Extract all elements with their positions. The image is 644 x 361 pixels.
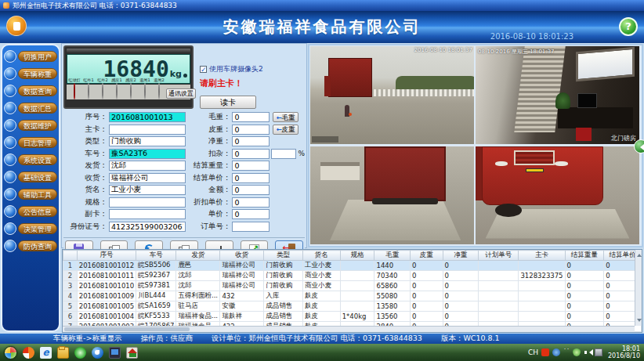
net-weight-input[interactable]: [232, 136, 270, 146]
sidebar-item-vehicle-weighing[interactable]: 车辆称重: [4, 66, 57, 81]
safe360-icon[interactable]: [74, 347, 86, 359]
ie-icon[interactable]: [40, 347, 52, 359]
comm-settings-button[interactable]: 通讯设置: [166, 88, 196, 99]
blue-app-icon[interactable]: [92, 347, 103, 359]
main-area: 切换用户车辆称重数据查询数据汇总数据维护日志管理系统设置基础设置辅助工具公告信息…: [0, 43, 644, 334]
indicator-lamps: 红绿灯红外1红外2感应1感应2道闸1道闸2: [67, 77, 166, 99]
settle-price-input[interactable]: [232, 173, 270, 183]
gross-weight-row: 毛重：←毛重: [186, 112, 305, 123]
plant: [555, 92, 570, 109]
safety-shield-icon[interactable]: [573, 348, 581, 356]
camera-1-label: [312, 136, 338, 143]
tare-weight-capture-button[interactable]: ←皮重: [273, 125, 298, 135]
id-number-input[interactable]: [109, 222, 186, 232]
column-header: 车号: [136, 251, 176, 261]
sogou-tray-icon[interactable]: [541, 348, 549, 356]
sidebar-item-switch-user[interactable]: 切换用户: [4, 49, 57, 64]
gross-weight-input[interactable]: [232, 112, 270, 122]
weigh-app-icon[interactable]: [126, 347, 138, 359]
status-designer: 设计单位：郑州金恒电子技术有限公司 电话：0371-63844833: [212, 334, 422, 344]
table-row[interactable]: 42016081001009川BL444五得利面粉...432入库麸皮55080…: [63, 291, 642, 301]
red-truck: [328, 58, 372, 97]
read-card-button[interactable]: 读卡: [200, 96, 256, 109]
sidebar-item-announcement[interactable]: 公告信息: [4, 204, 57, 219]
sidebar-item-decision-management[interactable]: 决策管理: [4, 221, 57, 236]
order-number-input[interactable]: [232, 222, 270, 232]
desk: [558, 107, 633, 129]
goods-name-input[interactable]: [109, 185, 186, 195]
sogou-icon[interactable]: [23, 347, 34, 359]
spec-input[interactable]: [109, 197, 186, 208]
table-horizontal-scrollbar[interactable]: [63, 326, 635, 332]
truck-rear: [364, 146, 447, 201]
decimal-dot: [183, 74, 187, 78]
deduction-row: 扣杂：%: [186, 149, 305, 160]
sidebar-item-data-maintenance[interactable]: 数据维护: [4, 117, 57, 133]
camera-expand-button[interactable]: [634, 139, 644, 153]
sidebar-item-log-management[interactable]: 日志管理: [4, 135, 57, 150]
network-icon[interactable]: [595, 348, 602, 356]
log-management-icon: [4, 136, 16, 149]
amount-input[interactable]: [232, 185, 270, 195]
camera-2-timestamp: 08-10-2016 星期三 18:01:37: [478, 48, 555, 56]
form-right-column: 毛重：←毛重皮重：←皮重净重：扣杂：%结算重量：结算单价：金额：折扣单价：单价：…: [186, 112, 305, 232]
scrollbar-thumb[interactable]: [64, 327, 190, 331]
volume-icon[interactable]: [584, 348, 592, 356]
column-header: 序号: [77, 251, 136, 261]
deduction-percent-input[interactable]: [271, 149, 296, 159]
net-weight-row: 净重：: [186, 136, 305, 147]
table-cell: 麸皮: [302, 312, 340, 322]
bright-window: [576, 46, 635, 81]
table-cell: [519, 312, 565, 322]
table-row[interactable]: 62016081001004皖KF5533瑞福祥食品...瑞麸祥成品销售麸皮1*…: [63, 312, 642, 322]
camera-1-timestamp: 2016-08-10 18:01:37: [414, 47, 472, 53]
table-cell: 瑞福祥公司: [220, 281, 264, 291]
deduction-input[interactable]: [232, 149, 270, 159]
table-cell: [340, 301, 374, 312]
gross-weight-capture-button[interactable]: ←毛重: [273, 112, 298, 122]
sidebar-item-data-summary[interactable]: 数据汇总: [4, 100, 57, 116]
sidebar-item-base-settings[interactable]: 基础设置: [4, 169, 57, 185]
window-title: 郑州金恒电子技术有限公司 电话：0371-63844833: [13, 1, 177, 11]
sidebar-item-anti-counterfeit-query[interactable]: 防伪查询: [4, 238, 57, 254]
my-computer-icon[interactable]: [109, 347, 121, 359]
vehicle-weighing-icon: [4, 67, 16, 80]
checkbox-checked-icon[interactable]: [200, 66, 207, 73]
table-row[interactable]: 32016081001010皖S97381沈邱瑞福祥公司门前收购商业小麦6586…: [63, 281, 642, 291]
serial-number-input[interactable]: [109, 112, 186, 122]
plate-number-row: 车号：: [63, 149, 186, 160]
weighbridge-platform: [330, 200, 461, 241]
sidebar-item-tools[interactable]: 辅助工具: [4, 186, 57, 202]
taskbar-clock[interactable]: 18:01 2016/8/10: [608, 345, 640, 359]
main-card-input[interactable]: [109, 125, 186, 135]
blue-tray-icon[interactable]: [552, 348, 560, 356]
type-input[interactable]: [109, 136, 186, 146]
tare-weight-input[interactable]: [232, 125, 270, 135]
receiver-input[interactable]: [109, 173, 186, 183]
sub-card-input[interactable]: [109, 209, 186, 219]
sidebar-item-system-settings[interactable]: 系统设置: [4, 152, 57, 168]
table-row[interactable]: 12016081001012皖SB5506鹿邑瑞福祥公司门前收购工业小麦1440…: [63, 261, 642, 271]
plate-camera-checkbox[interactable]: 使用车牌摄像头2: [200, 64, 302, 74]
card-reader-box: 使用车牌摄像头2 请刷主卡！ 读卡: [200, 45, 302, 109]
plate-number-input[interactable]: [109, 149, 186, 159]
explorer-folder-icon[interactable]: [57, 347, 69, 359]
sender-row: 发货：: [63, 161, 186, 171]
unit-price-input[interactable]: [232, 209, 270, 219]
table-cell: 13560: [374, 312, 411, 322]
table-row[interactable]: 22016081001011皖S92367沈邱瑞福祥公司门前收购商业小麦7034…: [63, 271, 642, 281]
id-number-label: 身份证号：: [63, 222, 107, 232]
discount-price-input[interactable]: [232, 197, 270, 208]
help-button[interactable]: ?: [619, 17, 638, 36]
settle-weight-input[interactable]: [232, 161, 270, 171]
start-button[interactable]: [4, 346, 17, 359]
sender-input[interactable]: [109, 161, 186, 171]
table-vertical-scrollbar[interactable]: [635, 250, 642, 326]
table-cell: 鹿邑: [176, 261, 220, 271]
tray-expand-icon[interactable]: ˙˙: [563, 348, 570, 356]
language-indicator[interactable]: CH: [528, 348, 538, 356]
sidebar-item-data-query[interactable]: 数据查询: [4, 83, 57, 99]
sidebar-item-label: 公告信息: [18, 206, 57, 217]
table-row[interactable]: 52016081001005皖SA1659驻马店安徽成品销售麸皮13580000…: [63, 301, 642, 312]
sidebar: 切换用户车辆称重数据查询数据汇总数据维护日志管理系统设置基础设置辅助工具公告信息…: [1, 44, 60, 332]
